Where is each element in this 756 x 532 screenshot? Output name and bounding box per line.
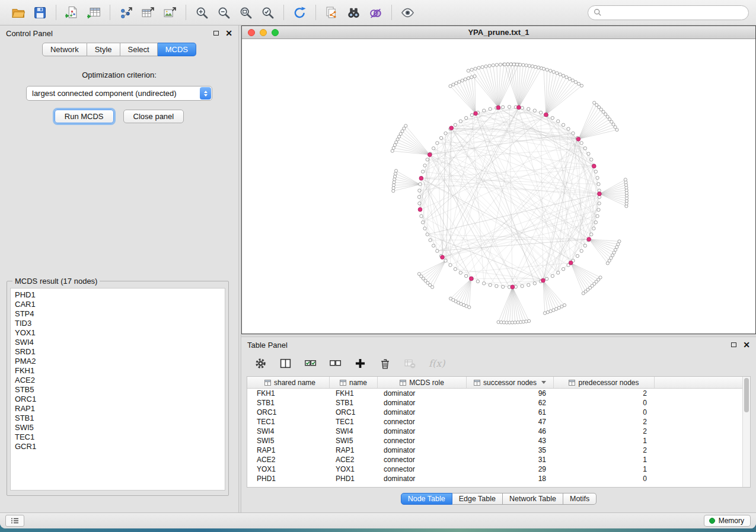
column-header-shared-name[interactable]: shared name — [251, 377, 330, 388]
zoom-out-button[interactable] — [213, 3, 235, 22]
table-row[interactable]: ORC1ORC1dominator610 — [251, 408, 742, 417]
table-row[interactable]: SWI5SWI5connector431 — [251, 436, 742, 446]
tab-style[interactable]: Style — [87, 43, 120, 56]
table-header-row: shared namenameMCDS rolesuccessor nodesp… — [247, 377, 742, 389]
mcds-result-item[interactable]: PHD1 — [15, 290, 225, 300]
import-table-file-button[interactable] — [83, 3, 105, 22]
select-all-checkboxes-button[interactable] — [304, 357, 317, 370]
export-image-button[interactable] — [159, 3, 181, 22]
function-builder-icon: f(x) — [429, 358, 445, 369]
graphics-details-icon — [369, 6, 382, 20]
memory-button[interactable]: Memory — [704, 515, 751, 527]
table-row[interactable]: FKH1FKH1dominator962 — [251, 389, 742, 398]
eye-visibility-button[interactable] — [397, 3, 419, 22]
table-row[interactable]: RAP1RAP1dominator352 — [251, 446, 742, 455]
cell-shared-name: SWI5 — [251, 437, 330, 445]
tab-node-table[interactable]: Node Table — [401, 493, 452, 505]
mcds-result-item[interactable]: FKH1 — [15, 366, 225, 376]
refresh-view-button[interactable] — [289, 3, 311, 22]
add-column-button[interactable] — [354, 357, 366, 370]
mcds-result-item[interactable]: TEC1 — [15, 432, 225, 442]
show-columns-button[interactable] — [279, 357, 292, 370]
table-row[interactable]: PHD1PHD1dominator180 — [251, 474, 742, 483]
mcds-result-list[interactable]: PHD1CAR1STP4TID3YOX1SWI4SRD1PMA2FKH1ACE2… — [10, 288, 225, 491]
table-scrollbar[interactable] — [742, 377, 750, 487]
mcds-result-item[interactable]: YOX1 — [15, 328, 225, 338]
search-input[interactable] — [605, 8, 743, 17]
mcds-result-item[interactable]: STB5 — [15, 385, 225, 395]
table-settings-gear-button[interactable] — [254, 357, 267, 370]
mcds-result-item[interactable]: SWI5 — [15, 423, 225, 432]
search-box[interactable] — [588, 5, 749, 20]
maximize-window-icon[interactable] — [272, 29, 279, 36]
graphics-details-button[interactable] — [365, 3, 387, 22]
tab-network[interactable]: Network — [42, 43, 87, 56]
cell-predecessor-nodes: 0 — [554, 408, 655, 416]
close-panel-button[interactable]: Close panel — [123, 110, 184, 123]
table-row[interactable]: TEC1TEC1connector472 — [251, 417, 742, 427]
scrollbar-thumb[interactable] — [744, 378, 749, 412]
cell-shared-name: YOX1 — [251, 465, 330, 473]
column-header-name[interactable]: name — [330, 377, 378, 388]
cell-name: FKH1 — [330, 389, 378, 398]
table-row[interactable]: YOX1YOX1connector291 — [251, 464, 742, 474]
column-header-predecessor-nodes[interactable]: predecessor nodes — [554, 377, 655, 388]
mcds-result-item[interactable]: TID3 — [15, 319, 225, 328]
run-mcds-button[interactable]: Run MCDS — [55, 110, 114, 123]
mcds-result-item[interactable]: SRD1 — [15, 347, 225, 357]
export-network-button[interactable] — [115, 3, 137, 22]
tab-mcds[interactable]: MCDS — [158, 43, 196, 56]
clear-selection-checkboxes-button[interactable] — [329, 357, 342, 370]
network-canvas[interactable] — [242, 39, 755, 334]
tab-network-table[interactable]: Network Table — [503, 493, 563, 505]
tab-motifs[interactable]: Motifs — [563, 493, 596, 505]
share-document-button[interactable] — [321, 3, 343, 22]
close-window-icon[interactable] — [248, 29, 255, 36]
save-session-button[interactable] — [29, 3, 51, 22]
status-menu-button[interactable] — [5, 515, 24, 527]
cell-successor-nodes: 47 — [467, 418, 554, 426]
tab-select[interactable]: Select — [120, 43, 158, 56]
criterion-dropdown[interactable]: largest connected component (undirected) — [26, 86, 212, 101]
close-panel-icon[interactable]: ✕ — [225, 30, 232, 36]
float-table-panel-icon[interactable] — [731, 342, 736, 347]
table-row[interactable]: SWI4SWI4dominator462 — [251, 427, 742, 436]
memory-label: Memory — [719, 517, 744, 525]
function-builder-button[interactable]: f(x) — [429, 358, 445, 369]
mcds-result-item[interactable]: CAR1 — [15, 300, 225, 309]
delete-table-button[interactable] — [404, 357, 416, 370]
table-row[interactable]: ACE2ACE2connector311 — [251, 455, 742, 464]
mcds-result-item[interactable]: ORC1 — [15, 395, 225, 404]
open-folder-button[interactable] — [7, 3, 29, 22]
mcds-result-item[interactable]: GCR1 — [15, 442, 225, 451]
close-table-panel-icon[interactable]: ✕ — [743, 342, 750, 348]
zoom-fit-button[interactable] — [235, 3, 257, 22]
cell-mcds-role: connector — [378, 465, 467, 473]
mcds-result-item[interactable]: RAP1 — [15, 404, 225, 414]
float-panel-icon[interactable] — [213, 31, 219, 36]
zoom-in-button[interactable] — [191, 3, 213, 22]
mcds-result-item[interactable]: ACE2 — [15, 376, 225, 385]
mcds-result-item[interactable]: SWI4 — [15, 338, 225, 347]
mcds-result-item[interactable]: STP4 — [15, 309, 225, 319]
cell-shared-name: SWI4 — [251, 427, 330, 435]
zoom-selected-button[interactable] — [257, 3, 279, 22]
network-graph[interactable] — [242, 39, 755, 334]
toolbar-separator — [391, 5, 392, 20]
control-panel: Control Panel ✕ NetworkStyleSelectMCDS O… — [0, 25, 238, 512]
minimize-window-icon[interactable] — [260, 29, 267, 36]
network-window: YPA_prune.txt_1 — [241, 25, 756, 334]
cell-name: ACE2 — [330, 456, 378, 464]
find-binoculars-button[interactable] — [343, 3, 365, 22]
export-table-button[interactable] — [137, 3, 159, 22]
mcds-result-item[interactable]: PMA2 — [15, 357, 225, 366]
mcds-result-item[interactable]: STB1 — [15, 414, 225, 423]
import-network-file-button[interactable] — [61, 3, 83, 22]
tab-edge-table[interactable]: Edge Table — [452, 493, 503, 505]
column-header-successor-nodes[interactable]: successor nodes — [467, 377, 554, 388]
column-header-mcds-role[interactable]: MCDS role — [378, 377, 467, 388]
column-type-icon — [340, 380, 346, 386]
delete-columns-button[interactable] — [379, 357, 391, 370]
column-type-icon — [569, 380, 575, 386]
table-row[interactable]: STB1STB1dominator620 — [251, 398, 742, 408]
